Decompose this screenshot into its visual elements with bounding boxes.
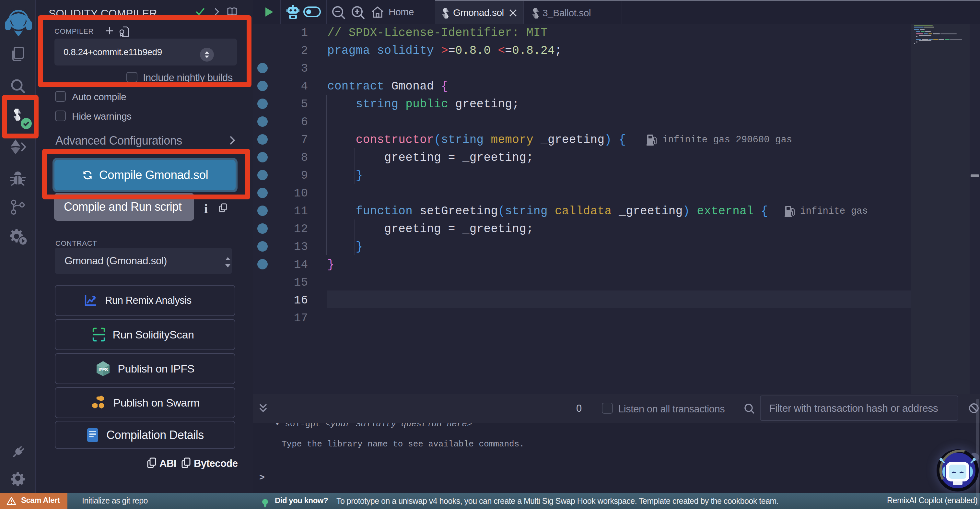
svg-text:IPFS: IPFS bbox=[99, 367, 108, 372]
